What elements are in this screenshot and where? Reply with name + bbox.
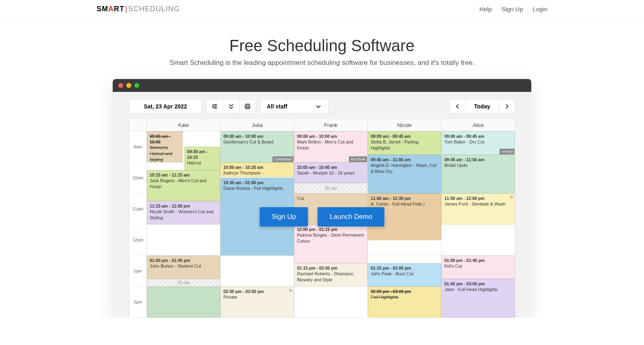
time-label: 1pm: [129, 256, 147, 287]
appointment[interactable]: 09:00 am - 10:00 amMark Britton - Men's …: [294, 131, 367, 162]
svg-point-3: [215, 104, 216, 106]
staff-select[interactable]: All staff: [260, 99, 328, 114]
chevron-down-icon: [315, 103, 322, 110]
appointment[interactable]: 09:00 am - 10:00 amGentleman's Cut & Bea…: [221, 131, 294, 162]
appointment[interactable]: 10:15 am - 11:15 amJack Rogers - Men's C…: [147, 170, 220, 201]
appointment[interactable]: 10:00 am - 10:20 amKathryn Thompson -: [221, 162, 294, 177]
appointment[interactable]: 02:00 pm - 03:00 pmFoil Highlights: [368, 287, 441, 318]
svg-point-5: [215, 108, 216, 109]
appointment[interactable]: 01:00 pm - 01:45 pmKid's Cut: [442, 256, 515, 279]
hero: Free Scheduling Software Smart Schedulin…: [0, 19, 644, 79]
recurring-icon: ↻: [289, 288, 292, 293]
nav-signup[interactable]: Sign Up: [502, 6, 523, 12]
appointment[interactable]: 01:45 pm - 03:00 pmJane - Full Head High…: [442, 279, 515, 318]
chevron-left-icon: [454, 103, 461, 110]
staff-header: Kate: [147, 119, 220, 131]
double-chevron-down-icon: [228, 103, 234, 110]
prev-button[interactable]: [449, 99, 466, 114]
appointment[interactable]: 10:00 am - 10:40 amSarah - Restyle 10 - …: [294, 162, 367, 183]
expand-button[interactable]: [223, 99, 239, 114]
appointment[interactable]: ↻02:00 pm - 03:00 pmPrivate: [221, 287, 294, 318]
time-label: 12pm: [129, 224, 147, 256]
appointment[interactable]: 01:00 pm - 01:45 pmJohn Burton - Student…: [147, 256, 220, 279]
window-min-icon: [126, 83, 131, 88]
status-badge: No-Show: [349, 156, 367, 162]
date-picker-button[interactable]: Sat, 23 Apr 2022: [129, 99, 202, 114]
print-button[interactable]: [239, 99, 256, 114]
hero-subtitle: Smart Scheduling is the leading appointm…: [0, 59, 644, 67]
appointment[interactable]: 09:45 am - 11:00 amBridal Updo: [442, 155, 515, 193]
staff-select-label: All staff: [267, 103, 287, 110]
nav-help[interactable]: Help: [479, 6, 492, 12]
staff-header: Alice: [442, 119, 515, 131]
appointment[interactable]: 09:00 am - 10:00Women's Haircut and Styl…: [147, 131, 183, 162]
time-label: 10am: [129, 162, 147, 193]
appointment[interactable]: [147, 287, 220, 318]
print-icon: [244, 103, 251, 110]
status-badge: Arrived: [500, 149, 514, 154]
appointment[interactable]: 01:15 pm - 02:00 pmRachael Roberts - Sha…: [294, 263, 367, 287]
toolbar-button-group: [206, 99, 256, 114]
svg-point-4: [213, 106, 214, 107]
browser-mockup: Sat, 23 Apr 2022 All staff Today Sign Up…: [113, 79, 531, 318]
cta-overlay: Sign Up Launch Demo: [129, 207, 515, 227]
nav-login[interactable]: Login: [533, 6, 547, 12]
time-label: 2pm: [129, 287, 147, 318]
chevron-right-icon: [504, 103, 510, 110]
staff-header: Julia: [221, 119, 294, 131]
today-button[interactable]: Today: [466, 99, 499, 114]
gap-indicator: 20 min: [294, 183, 367, 193]
cta-demo-button[interactable]: Launch Demo: [318, 207, 384, 227]
filter-button[interactable]: [206, 99, 223, 114]
appointment[interactable]: 09:45 am - 11:00 amAngela D. Harrington …: [368, 155, 441, 193]
staff-header: Frank: [294, 119, 367, 131]
calendar-wrap: Sign Up Launch Demo 9am 10am 11am 12pm 1…: [129, 119, 515, 318]
appointment[interactable]: 09:00 am - 09:45 amStella B. Jarrell - P…: [368, 131, 441, 155]
logo[interactable]: SMART|SCHEDULING: [97, 5, 180, 13]
hero-title: Free Scheduling Software: [0, 37, 644, 55]
appointment[interactable]: 09:30 am - 10:15Haircut: [184, 147, 220, 170]
next-button[interactable]: [498, 99, 515, 114]
recurring-icon: ↻: [510, 195, 513, 200]
gap-indicator: 15 min: [147, 279, 220, 287]
sliders-icon: [211, 103, 218, 110]
calendar-toolbar: Sat, 23 Apr 2022 All staff Today: [113, 92, 531, 119]
status-badge: Completed: [272, 156, 293, 162]
nav-links: Help Sign Up Login: [479, 6, 547, 12]
time-label: 9am: [129, 131, 147, 162]
appointment[interactable]: 09:00 am - 09:45 amTom Baker - Dry CutAr…: [442, 131, 515, 155]
window-max-icon: [134, 83, 139, 88]
top-nav: SMART|SCHEDULING Help Sign Up Login: [0, 0, 644, 19]
staff-header: Nicole: [368, 119, 441, 131]
appointment[interactable]: 01:15 pm - 02:00 pmJohn Peak - Buzz Cut: [368, 263, 441, 287]
appointment[interactable]: 12:00 pm - 01:15 pmPatricia Borges - Sem…: [294, 224, 367, 263]
browser-titlebar: [113, 79, 531, 92]
cta-signup-button[interactable]: Sign Up: [260, 207, 308, 227]
window-close-icon: [118, 83, 123, 88]
